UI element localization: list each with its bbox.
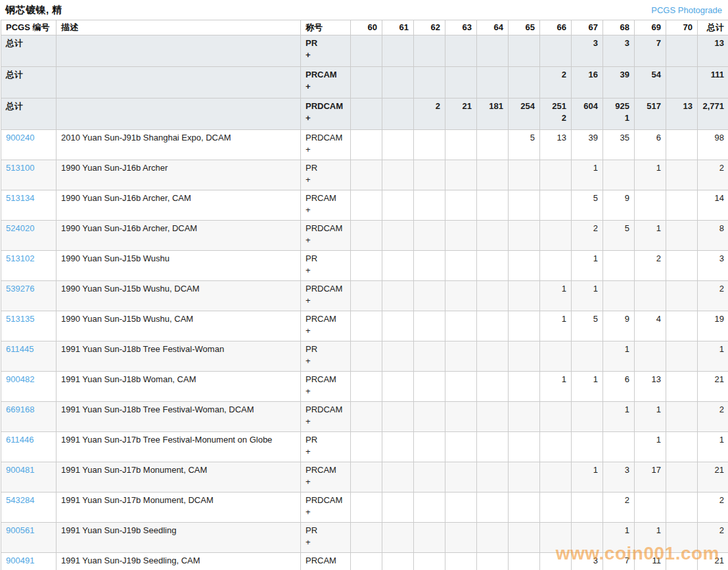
description-cell: 1991 Yuan Sun-J19b Seedling, CAM	[57, 553, 301, 570]
pcgs-number-link[interactable]: 513102	[6, 253, 34, 263]
grade-count-cell: 2	[414, 99, 445, 130]
table-row: 6114461991 Yuan Sun-J17b Tree Festival-M…	[1, 432, 728, 462]
designation-label: PRDCAM	[306, 284, 342, 294]
grade-count-cell: 21	[698, 462, 728, 493]
grade-count-cell	[351, 160, 382, 190]
column-header-67: 67	[572, 20, 603, 35]
grade-count-cell	[666, 372, 698, 402]
grade-count-cell	[477, 281, 509, 311]
grade-count-cell	[382, 553, 414, 570]
grade-count-cell	[477, 190, 509, 221]
grade-count-cell	[382, 493, 414, 523]
grade-count-cell	[666, 402, 698, 432]
grade-count-cell	[666, 462, 698, 493]
grade-count-cell	[635, 493, 666, 523]
pcgs-number-link[interactable]: 513100	[6, 163, 34, 173]
grade-count-cell: 1	[603, 341, 635, 372]
grade-count-cell	[382, 130, 414, 160]
grade-count-cell	[572, 402, 603, 432]
designation-label: PRCAM	[306, 556, 336, 565]
grade-count-cell: 13	[666, 99, 698, 130]
description-cell: 2010 Yuan Sun-J91b Shanghai Expo, DCAM	[57, 130, 301, 160]
designation-label: PRCAM	[306, 193, 336, 203]
plus-label: +	[306, 265, 346, 276]
grade-count-cell: 3	[572, 35, 603, 67]
designation-label: PRDCAM	[306, 495, 342, 505]
grade-count-cell: 181	[477, 99, 509, 130]
pcgs-number-cell: 900561	[1, 523, 57, 553]
grade-count-cell: 7	[635, 35, 666, 67]
pcgs-number-link[interactable]: 900491	[6, 556, 34, 565]
grade-count-cell: 35	[603, 130, 635, 160]
grade-count-cell	[477, 372, 509, 402]
grade-count-cell	[572, 432, 603, 462]
grade-count-cell	[445, 432, 477, 462]
pcgs-number-link[interactable]: 669168	[6, 405, 34, 414]
designation-label: PR	[306, 525, 317, 535]
pcgs-number-cell: 900491	[1, 553, 57, 570]
grade-count-cell: 9251	[603, 99, 635, 130]
grade-count-cell: 1	[603, 523, 635, 553]
column-header-68: 68	[603, 20, 635, 35]
table-row: 5131001990 Yuan Sun-J16b ArcherPR+112	[1, 160, 728, 190]
grade-count-cell: 2	[540, 67, 572, 99]
grade-count-cell	[382, 432, 414, 462]
grade-count-cell	[351, 311, 382, 341]
table-row: 5392761990 Yuan Sun-J15b Wushu, DCAMPRDC…	[1, 281, 728, 311]
pcgs-number-link[interactable]: 513135	[6, 314, 34, 324]
table-row: 6114451991 Yuan Sun-J18b Tree Festival-W…	[1, 341, 728, 372]
grade-count-cell: 2	[698, 493, 728, 523]
grade-count-cell	[351, 67, 382, 99]
grade-count-cell	[445, 462, 477, 493]
grade-count-cell	[509, 160, 540, 190]
grade-count-cell	[414, 251, 445, 281]
grade-count-cell: 111	[698, 67, 728, 99]
pcgs-number-link[interactable]: 524020	[6, 223, 34, 233]
description-cell	[57, 35, 301, 67]
grade-count-cell	[414, 341, 445, 372]
pcgs-number-link[interactable]: 611446	[6, 435, 34, 445]
grade-count-cell: 1	[698, 341, 728, 372]
pcgs-number-link[interactable]: 900481	[6, 465, 34, 475]
designation-cell: PRCAM+	[301, 67, 351, 99]
column-header-61: 61	[382, 20, 414, 35]
pcgs-number-link[interactable]: 543284	[6, 495, 34, 505]
pcgs-number-link[interactable]: 611445	[6, 344, 34, 354]
photograde-link[interactable]: PCGS Photograde	[651, 5, 722, 15]
grade-count-cell	[351, 130, 382, 160]
grade-count-cell	[414, 281, 445, 311]
description-cell: 1991 Yuan Sun-J18b Tree Festival-Woman	[57, 341, 301, 372]
grade-count-cell	[509, 251, 540, 281]
grade-count-cell	[445, 553, 477, 570]
designation-cell: PRCAM+	[301, 372, 351, 402]
grade-count-cell: 1	[635, 160, 666, 190]
designation-label: PR	[306, 435, 317, 445]
grade-count-cell: 1	[572, 281, 603, 311]
grade-count-cell	[477, 251, 509, 281]
description-cell: 1990 Yuan Sun-J16b Archer, DCAM	[57, 221, 301, 251]
designation-cell: PR+	[301, 341, 351, 372]
grade-count-cell: 5	[603, 221, 635, 251]
grade-count-cell: 9	[603, 190, 635, 221]
grade-count-cell	[351, 372, 382, 402]
grade-count-cell	[666, 251, 698, 281]
grade-count-cell	[477, 462, 509, 493]
grade-count-cell	[666, 160, 698, 190]
pcgs-number-link[interactable]: 900240	[6, 133, 34, 142]
designation-label: PRDCAM	[306, 133, 342, 142]
pcgs-number-link[interactable]: 900482	[6, 374, 34, 384]
grade-count-cell: 2	[698, 523, 728, 553]
grade-count-cell	[382, 523, 414, 553]
grade-count-cell	[635, 341, 666, 372]
description-cell: 1991 Yuan Sun-J18b Woman, CAM	[57, 372, 301, 402]
grade-count-cell: 11	[635, 553, 666, 570]
page-title: 钢芯镀镍, 精	[5, 4, 62, 16]
pcgs-number-link[interactable]: 539276	[6, 284, 34, 294]
plus-label: +	[306, 507, 346, 517]
description-cell: 1991 Yuan Sun-J19b Seedling	[57, 523, 301, 553]
pcgs-number-link[interactable]: 513134	[6, 193, 34, 203]
table-row: 9005611991 Yuan Sun-J19b SeedlingPR+112	[1, 523, 728, 553]
grade-count-cell	[666, 35, 698, 67]
pcgs-number-cell: 900481	[1, 462, 57, 493]
pcgs-number-link[interactable]: 900561	[6, 525, 34, 535]
